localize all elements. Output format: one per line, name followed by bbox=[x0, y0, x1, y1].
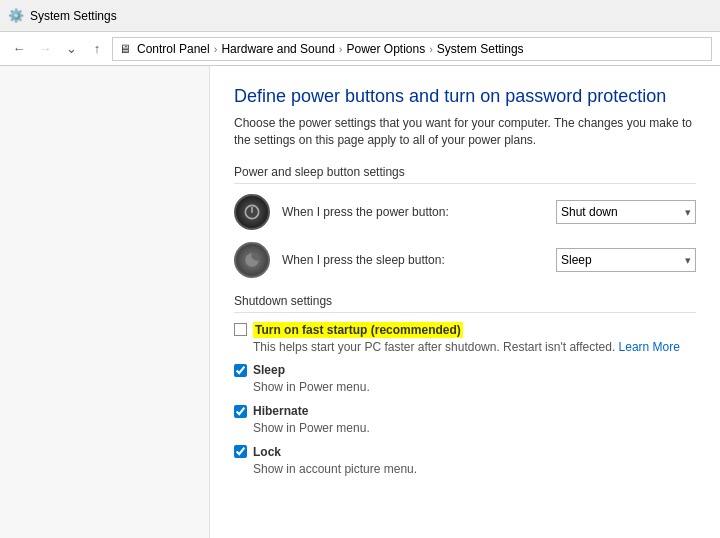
sleep-description: Show in Power menu. bbox=[253, 379, 696, 396]
power-button-row: When I press the power button: Shut down… bbox=[234, 194, 696, 230]
power-button-label: When I press the power button: bbox=[282, 205, 544, 219]
sleep-button-select[interactable]: Sleep Hibernate Shut down Turn off the d… bbox=[556, 248, 696, 272]
sep3: › bbox=[429, 43, 433, 55]
sleep-checkbox[interactable] bbox=[234, 364, 247, 377]
power-button-icon bbox=[234, 194, 270, 230]
sleep-row: Sleep bbox=[234, 363, 696, 377]
breadcrumb-path: 🖥 Control Panel › Hardware and Sound › P… bbox=[112, 37, 712, 61]
breadcrumb-system-settings[interactable]: System Settings bbox=[437, 42, 524, 56]
sleep-label: Sleep bbox=[253, 363, 285, 377]
lock-description: Show in account picture menu. bbox=[253, 461, 696, 478]
sleep-button-row: When I press the sleep button: Sleep Hib… bbox=[234, 242, 696, 278]
breadcrumb-hardware-sound[interactable]: Hardware and Sound bbox=[221, 42, 334, 56]
breadcrumb-control-panel[interactable]: Control Panel bbox=[137, 42, 210, 56]
lock-checkbox[interactable] bbox=[234, 445, 247, 458]
window-title: System Settings bbox=[30, 9, 117, 23]
hibernate-description: Show in Power menu. bbox=[253, 420, 696, 437]
sleep-button-label: When I press the sleep button: bbox=[282, 253, 544, 267]
power-select-wrapper[interactable]: Shut down Sleep Hibernate Turn off the d… bbox=[556, 200, 696, 224]
page-description: Choose the power settings that you want … bbox=[234, 115, 696, 149]
content-area: Define power buttons and turn on passwor… bbox=[0, 66, 720, 538]
title-bar: ⚙️ System Settings bbox=[0, 0, 720, 32]
forward-button[interactable]: → bbox=[34, 38, 56, 60]
fast-startup-checkbox[interactable] bbox=[234, 323, 247, 336]
up-button[interactable]: ↑ bbox=[86, 38, 108, 60]
hibernate-item: Hibernate Show in Power menu. bbox=[234, 404, 696, 437]
shutdown-section-header: Shutdown settings bbox=[234, 294, 696, 313]
lock-row: Lock bbox=[234, 445, 696, 459]
main-content: Define power buttons and turn on passwor… bbox=[210, 66, 720, 538]
lock-item: Lock Show in account picture menu. bbox=[234, 445, 696, 478]
power-button-select[interactable]: Shut down Sleep Hibernate Turn off the d… bbox=[556, 200, 696, 224]
cp-icon: 🖥 bbox=[119, 42, 131, 56]
fast-startup-description: This helps start your PC faster after sh… bbox=[253, 339, 696, 356]
dropdown-button[interactable]: ⌄ bbox=[60, 38, 82, 60]
address-bar: ← → ⌄ ↑ 🖥 Control Panel › Hardware and S… bbox=[0, 32, 720, 66]
fast-startup-label: Turn on fast startup (recommended) bbox=[253, 323, 463, 337]
lock-label: Lock bbox=[253, 445, 281, 459]
sleep-svg-icon bbox=[242, 250, 262, 270]
fast-startup-item: Turn on fast startup (recommended) This … bbox=[234, 323, 696, 356]
sleep-select-wrapper[interactable]: Sleep Hibernate Shut down Turn off the d… bbox=[556, 248, 696, 272]
sidebar bbox=[0, 66, 210, 538]
learn-more-link[interactable]: Learn More bbox=[619, 340, 680, 354]
fast-startup-row: Turn on fast startup (recommended) bbox=[234, 323, 696, 337]
page-title: Define power buttons and turn on passwor… bbox=[234, 86, 696, 107]
hibernate-checkbox[interactable] bbox=[234, 405, 247, 418]
power-svg-icon bbox=[242, 202, 262, 222]
shutdown-section: Shutdown settings Turn on fast startup (… bbox=[234, 294, 696, 478]
fast-startup-highlight: Turn on fast startup (recommended) bbox=[253, 322, 463, 338]
window-icon: ⚙️ bbox=[8, 8, 24, 24]
sleep-item: Sleep Show in Power menu. bbox=[234, 363, 696, 396]
power-sleep-section-header: Power and sleep button settings bbox=[234, 165, 696, 184]
sep1: › bbox=[214, 43, 218, 55]
breadcrumb-power-options[interactable]: Power Options bbox=[346, 42, 425, 56]
sleep-button-icon bbox=[234, 242, 270, 278]
back-button[interactable]: ← bbox=[8, 38, 30, 60]
hibernate-label: Hibernate bbox=[253, 404, 308, 418]
sep2: › bbox=[339, 43, 343, 55]
hibernate-row: Hibernate bbox=[234, 404, 696, 418]
